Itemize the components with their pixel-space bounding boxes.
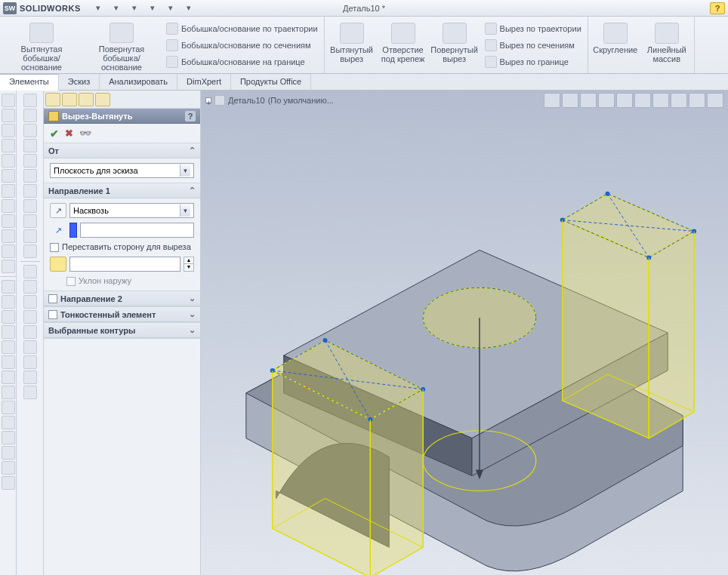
tool-icon[interactable] [23, 295, 37, 309]
checkbox-icon[interactable] [48, 310, 57, 319]
direction-input[interactable] [80, 223, 194, 238]
options-button[interactable] [217, 2, 233, 15]
viewport[interactable]: + Деталь10 (По умолчанию... [201, 91, 728, 575]
tool-icon[interactable] [2, 325, 15, 339]
tool-icon[interactable] [2, 169, 15, 183]
open-button[interactable]: ▾ [108, 2, 125, 15]
tool-icon[interactable] [2, 229, 15, 243]
tool-icon[interactable] [2, 386, 15, 399]
tool-icon[interactable] [23, 244, 37, 258]
view-orientation-icon[interactable] [616, 93, 633, 108]
tool-icon[interactable] [23, 371, 37, 384]
tab-sketch[interactable]: Эскиз [59, 74, 100, 90]
tool-icon[interactable] [23, 310, 37, 324]
property-tab-icon[interactable] [62, 93, 77, 106]
tool-icon[interactable] [23, 94, 37, 107]
tool-icon[interactable] [23, 139, 37, 152]
tool-icon[interactable] [2, 214, 15, 228]
tool-icon[interactable] [2, 184, 15, 198]
tool-icon[interactable] [23, 214, 37, 228]
tool-icon[interactable] [2, 355, 15, 369]
tool-icon[interactable] [23, 184, 37, 198]
tool-icon[interactable] [2, 476, 15, 490]
thin-feature-header[interactable]: Тонкостенный элемент⌄ [44, 307, 200, 322]
tool-icon[interactable] [2, 401, 15, 414]
boundary-boss-button[interactable]: Бобышка/основание на границе [163, 54, 321, 69]
tool-icon[interactable] [2, 139, 15, 152]
tool-icon[interactable] [2, 154, 15, 168]
sketch-rectangle-right[interactable] [560, 192, 696, 438]
hide-show-icon[interactable] [652, 93, 669, 108]
tab-analyze[interactable]: Анализировать [100, 74, 177, 90]
tool-icon[interactable] [23, 325, 37, 339]
boundary-cut-button[interactable]: Вырез по границе [482, 54, 585, 69]
revolve-boss-button[interactable]: Повернутая бобышка/основание [83, 18, 160, 72]
feature-tree-tab-icon[interactable] [45, 93, 60, 106]
selected-contours-header[interactable]: Выбранные контуры⌄ [44, 323, 200, 338]
new-button[interactable]: ▾ [90, 2, 106, 15]
draft-angle-input[interactable] [69, 257, 180, 272]
extrude-cut-button[interactable]: Вытянутый вырез [328, 18, 376, 72]
tool-icon[interactable] [23, 340, 37, 354]
tool-icon[interactable] [2, 371, 15, 384]
spinner-down[interactable]: ▼ [184, 264, 194, 272]
tool-icon[interactable] [2, 431, 15, 444]
section-view-icon[interactable] [598, 93, 615, 108]
view-settings-icon[interactable] [707, 93, 723, 108]
tab-features[interactable]: Элементы [0, 74, 59, 91]
tool-icon[interactable] [2, 94, 15, 107]
feature-tree-breadcrumb[interactable]: + Деталь10 (По умолчанию... [205, 95, 334, 106]
swept-boss-button[interactable]: Бобышка/основание по траектории [163, 21, 321, 36]
tool-icon[interactable] [2, 416, 15, 429]
detail-preview-button[interactable]: 👓 [79, 128, 91, 139]
tool-icon[interactable] [2, 124, 15, 137]
tool-icon[interactable] [23, 199, 37, 213]
panel-help-button[interactable]: ? [185, 111, 196, 121]
tool-icon[interactable] [23, 229, 37, 243]
tool-icon[interactable] [23, 169, 37, 183]
undo-button[interactable]: ▾ [162, 2, 179, 15]
loft-boss-button[interactable]: Бобышка/основание по сечениям [163, 38, 321, 53]
tool-icon[interactable] [2, 446, 15, 460]
tool-icon[interactable] [23, 280, 37, 294]
tool-icon[interactable] [23, 355, 37, 369]
save-button[interactable]: ▾ [126, 2, 143, 15]
print-button[interactable]: ▾ [144, 2, 161, 15]
tool-icon[interactable] [2, 199, 15, 213]
config-tab-icon[interactable] [79, 93, 94, 106]
spinner-up[interactable]: ▲ [184, 257, 194, 264]
tab-dimxpert[interactable]: DimXpert [177, 74, 231, 90]
zoom-fit-icon[interactable] [544, 93, 560, 108]
model-view[interactable] [201, 121, 728, 575]
tool-icon[interactable] [2, 244, 15, 258]
tool-icon[interactable] [23, 109, 37, 122]
direction2-header[interactable]: Направление 2⌄ [44, 291, 200, 306]
draft-button[interactable] [50, 257, 66, 272]
from-header[interactable]: От⌃ [44, 143, 200, 158]
tool-icon[interactable] [2, 260, 15, 273]
tool-icon[interactable] [2, 295, 15, 309]
display-style-icon[interactable] [634, 93, 651, 108]
tool-icon[interactable] [2, 310, 15, 324]
extrude-boss-button[interactable]: Вытянутая бобышка/основание [3, 18, 80, 72]
loft-cut-button[interactable]: Вырез по сечениям [482, 38, 585, 53]
reverse-direction-button[interactable]: ↗ [50, 203, 66, 218]
tool-icon[interactable] [2, 280, 15, 294]
checkbox-icon[interactable] [48, 294, 57, 303]
rebuild-button[interactable] [199, 2, 215, 15]
tool-icon[interactable] [23, 386, 37, 399]
swept-cut-button[interactable]: Вырез по траектории [482, 21, 585, 36]
tool-icon[interactable] [2, 461, 15, 475]
tool-icon[interactable] [2, 340, 15, 354]
tool-icon[interactable] [23, 154, 37, 168]
tab-office[interactable]: Продукты Office [231, 74, 311, 90]
dim-tab-icon[interactable] [95, 93, 110, 106]
tool-icon[interactable] [2, 109, 15, 122]
direction1-header[interactable]: Направление 1⌃ [44, 183, 200, 198]
tool-icon[interactable] [23, 265, 37, 278]
revolve-cut-button[interactable]: Повернутый вырез [430, 18, 479, 72]
select-button[interactable]: ▾ [180, 2, 197, 15]
zoom-area-icon[interactable] [562, 93, 578, 108]
flip-side-checkbox[interactable]: Переставить сторону для выреза [50, 242, 194, 252]
hole-wizard-button[interactable]: Отверстие под крепеж [379, 18, 427, 72]
